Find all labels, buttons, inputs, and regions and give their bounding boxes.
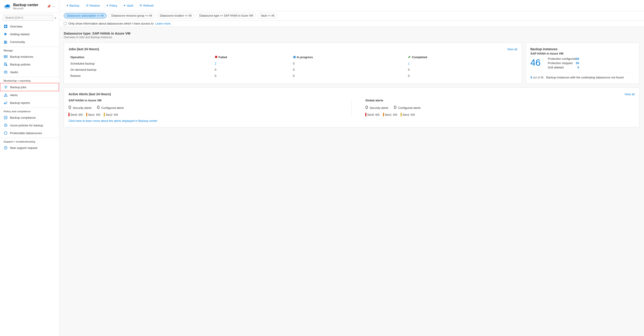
sidebar-item-label: Backup instances [10,55,33,58]
alerts-icon [4,93,8,97]
svg-text:?: ? [5,147,6,149]
sidebar-item-community[interactable]: Community [0,38,59,46]
refresh-button[interactable]: ⟳ Refresh [137,2,156,9]
svg-point-23 [6,72,6,73]
filter-datasource-subscription[interactable]: Datasource subscription == All [64,13,106,18]
bi-stat-label: Soft deleted [548,66,564,69]
sap-security-alerts: 0 Security alerts [68,105,92,110]
sidebar-item-backup-jobs[interactable]: Backup jobs [0,83,59,91]
sidebar-item-overview[interactable]: Overview [0,22,59,30]
row-in-progress: 0 [291,67,406,73]
datasource-subtitle: Overview of Jobs and Backup instances [64,36,640,39]
sidebar-nav: Overview Getting started Community Manag… [0,22,59,336]
bi-stat-value[interactable]: 20 [576,61,579,65]
svg-rect-7 [6,27,7,28]
col-failed: ✖ Failed [213,54,291,60]
bi-footer-text: Backup instances with the underlying dat… [546,76,624,79]
support-icon: ? [4,146,8,150]
filter-vault[interactable]: Vault == All [258,13,277,18]
sidebar-item-new-support-request[interactable]: ? New support request [0,144,59,152]
sev2-bar [104,113,105,116]
pin-icon[interactable]: 📌 [47,4,51,8]
bi-stats: Protection configured 26 Protection stop… [548,57,579,70]
svg-marker-8 [4,33,7,35]
jobs-view-all-link[interactable]: View all [507,47,517,51]
col-completed: ✔ Completed [406,54,517,60]
row-in-progress: 0 [291,60,406,67]
app-subtitle: Microsoft [13,7,38,10]
completed-link[interactable]: 1 [408,62,410,65]
filter-datasource-type[interactable]: Datasource type == SAP HANA in Azure VM [196,13,256,18]
bi-stat-label: Protection configured [548,57,576,60]
sidebar-item-label: Alerts [10,93,18,97]
cards-row-1: Jobs (last 24 Hours) View all Operation … [64,42,640,84]
app-header: Backup center Microsoft 📌 ··· [0,0,59,13]
vault-button[interactable]: + Vault [121,2,136,9]
sidebar-item-label: New support request [10,146,37,150]
bi-footer-num[interactable]: 5 [530,76,532,79]
failed-link[interactable]: 2 [215,62,216,65]
access-filter-row: Only show information about datasources … [59,20,644,27]
filter-datasource-resource-group[interactable]: Datasource resource group == All [108,13,155,18]
sidebar-item-getting-started[interactable]: Getting started [0,30,59,38]
backup-button[interactable]: + Backup [64,2,82,9]
datasource-title: Datasource type: SAP HANA in Azure VM [64,31,640,35]
sidebar-item-azure-policies[interactable]: Azure policies for backup [0,121,59,129]
row-completed: 0 [406,67,517,73]
alerts-view-all-link[interactable]: View all [624,93,635,96]
jobs-card: Jobs (last 24 Hours) View all Operation … [64,42,522,84]
svg-rect-4 [4,25,6,26]
global-security-alerts: 0 Security alerts [365,105,388,110]
sidebar-item-backup-reports[interactable]: Backup reports [0,99,59,107]
sidebar-item-label: Getting started [10,32,29,36]
svg-rect-14 [4,56,7,57]
bi-footer-out-of: out of 46 [533,76,544,79]
svg-rect-15 [4,57,6,57]
bi-stat-value[interactable]: 26 [576,57,579,60]
sidebar-item-alerts[interactable]: Alerts [0,91,59,99]
sidebar-item-vaults[interactable]: Vaults [0,68,59,76]
sev0-bar [68,113,70,116]
learn-more-link[interactable]: Learn more. [156,22,172,25]
sidebar-item-backup-instances[interactable]: Backup instances [0,53,59,60]
filter-datasource-location[interactable]: Datasource location == All [157,13,194,18]
policy-button[interactable]: + Policy [104,2,120,9]
plus-icon: + [124,4,126,7]
sidebar-item-label: Overview [10,25,22,28]
restore-button[interactable]: ↺ Restore [83,2,103,9]
collapse-icon[interactable]: « [54,16,56,19]
access-filter-checkbox[interactable] [64,22,67,25]
search-input[interactable] [3,15,53,21]
svg-rect-33 [6,101,7,104]
more-icon[interactable]: ··· [52,4,55,8]
svg-rect-24 [5,71,6,71]
sidebar-item-protectable-datasources[interactable]: Protectable datasources [0,129,59,137]
backup-instances-card: Backup instances SAP HANA in Azure VM 46… [526,42,640,84]
sev0-bar [365,113,366,116]
search-container: « [0,13,59,22]
backup-jobs-icon [4,85,8,89]
sidebar-item-label: Backup policies [10,63,30,66]
refresh-icon: ⟳ [140,4,142,7]
access-filter-label: Only show information about datasources … [68,22,154,25]
backup-compliance-icon [4,116,8,120]
sidebar-item-backup-compliance[interactable]: Backup compliance [0,114,59,121]
backup-reports-icon [4,101,8,105]
alerts-footer-link[interactable]: Click here to learn more about the alert… [68,119,635,123]
row-operation: On-demand backup [68,67,213,73]
global-sev1: Sev1 0/0 [383,113,397,116]
sap-sev2: Sev2 0/0 [104,113,118,116]
sidebar-item-backup-policies[interactable]: Backup policies [0,60,59,68]
sidebar-item-label: Backup compliance [10,116,36,119]
sidebar-item-label: Backup jobs [10,85,26,89]
bi-stat-value[interactable]: 0 [578,66,579,69]
in-progress-icon: ⊕ [293,55,296,59]
row-operation: Scheduled backup [68,60,213,67]
sap-configured-alerts: 0 Configured alerts [97,105,124,110]
bi-total-count[interactable]: 46 [530,58,541,67]
sidebar: Backup center Microsoft 📌 ··· « Overview… [0,0,59,336]
alerts-section-sap-hana: SAP HANA in Azure VM 0 Security alerts 0… [68,99,338,116]
table-row: On-demand backup 0 0 0 [68,67,517,73]
global-sev0: Sev0 0/0 [365,113,380,116]
svg-rect-20 [6,65,7,66]
